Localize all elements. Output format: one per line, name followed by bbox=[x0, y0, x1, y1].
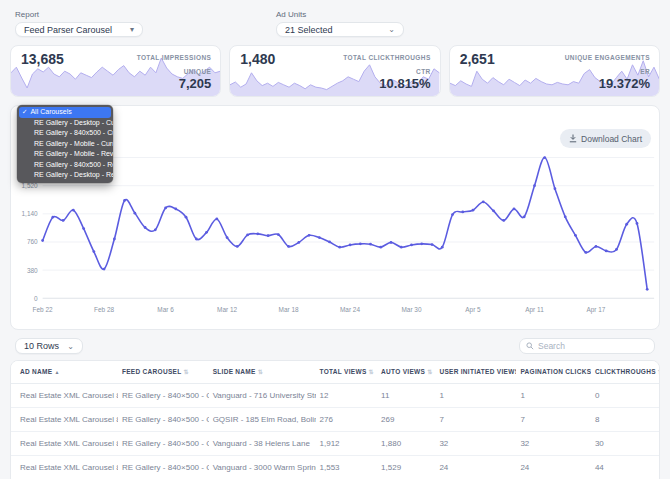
sort-icon: ⇅ bbox=[427, 369, 432, 375]
table-cell: 30 bbox=[591, 431, 659, 455]
ctr-value: 10.815% bbox=[379, 76, 430, 91]
column-header-label: AD NAME bbox=[20, 368, 52, 375]
svg-text:Mar 12: Mar 12 bbox=[217, 306, 237, 313]
table-cell: Real Estate XML Carousel 840×500 bbox=[11, 383, 118, 407]
table-cell: 1 bbox=[516, 383, 591, 407]
ad-units-select-value: 21 Selected bbox=[285, 25, 333, 35]
column-header-slide-name[interactable]: SLIDE NAME⇅ bbox=[209, 361, 316, 383]
table-cell: 12 bbox=[316, 383, 378, 407]
kpi-card-engagements: 2,651 UNIQUE ENGAGEMENTS ER 19.372% bbox=[449, 45, 660, 97]
table-cell: RE Gallery - 840×500 - Current bbox=[118, 407, 209, 431]
table-row[interactable]: Real Estate XML Carousel 840×500RE Galle… bbox=[11, 407, 659, 431]
unique-label: UNIQUE bbox=[184, 68, 212, 75]
table-cell: 1 bbox=[435, 383, 516, 407]
table-cell: 8 bbox=[591, 407, 659, 431]
slides-table-card: AD NAME▲FEED CAROUSEL⇅SLIDE NAME⇅TOTAL V… bbox=[10, 360, 660, 479]
rows-per-page-select[interactable]: 10 Rows ⌄ bbox=[15, 338, 83, 354]
table-row[interactable]: Real Estate XML Carousel 840×500RE Galle… bbox=[11, 383, 659, 407]
column-header-label: CLICKTHROUGHS bbox=[595, 368, 656, 375]
table-row[interactable]: Real Estate XML Carousel 840×500RE Galle… bbox=[11, 431, 659, 455]
dropdown-option-label: RE Gallery - Mobile - Review bbox=[34, 150, 113, 157]
svg-text:Apr 5: Apr 5 bbox=[465, 306, 481, 314]
report-select-value: Feed Parser Carousel bbox=[24, 25, 112, 35]
impressions-label: TOTAL IMPRESSIONS bbox=[137, 54, 212, 61]
chevron-down-icon: ⌄ bbox=[388, 25, 395, 34]
table-cell: 7 bbox=[516, 407, 591, 431]
caret-down-icon: ▾ bbox=[130, 25, 134, 34]
download-chart-label: Download Chart bbox=[581, 134, 642, 144]
table-cell: 32 bbox=[435, 431, 516, 455]
dropdown-option-label: RE Gallery - 840x500 - Review bbox=[34, 161, 113, 168]
column-header-user-initiated-views[interactable]: USER INITIATED VIEWS⇅ bbox=[435, 361, 516, 383]
report-select[interactable]: Feed Parser Carousel ▾ bbox=[15, 22, 143, 37]
dropdown-option-label: All Carousels bbox=[30, 108, 71, 115]
column-header-ad-name[interactable]: AD NAME▲ bbox=[11, 361, 118, 383]
column-header-clickthroughs[interactable]: CLICKTHROUGHS⇅ bbox=[591, 361, 659, 383]
search-icon bbox=[526, 342, 534, 350]
ctr-label: CTR bbox=[416, 68, 431, 75]
filter-bar: Report Feed Parser Carousel ▾ Ad Units 2… bbox=[0, 0, 670, 37]
svg-text:760: 760 bbox=[27, 238, 38, 245]
dropdown-option-1[interactable]: RE Gallery - Desktop - Current bbox=[17, 118, 113, 129]
table-cell: 44 bbox=[591, 455, 659, 479]
table-cell: 11 bbox=[377, 383, 435, 407]
svg-text:1,140: 1,140 bbox=[22, 210, 39, 217]
table-cell: 1,553 bbox=[316, 455, 378, 479]
svg-text:Apr 17: Apr 17 bbox=[586, 306, 605, 314]
dropdown-option-5[interactable]: RE Gallery - 840x500 - Review bbox=[17, 160, 113, 171]
kpi-row: 13,685 TOTAL IMPRESSIONS UNIQUE 7,205 1,… bbox=[10, 45, 660, 97]
table-cell: Real Estate XML Carousel 840×500 bbox=[11, 431, 118, 455]
ad-units-select[interactable]: 21 Selected ⌄ bbox=[276, 22, 404, 37]
dropdown-option-label: RE Gallery - 840x500 - Current bbox=[34, 129, 113, 136]
svg-text:Mar 24: Mar 24 bbox=[340, 306, 360, 313]
svg-text:380: 380 bbox=[27, 267, 38, 274]
table-cell: 24 bbox=[435, 455, 516, 479]
dropdown-option-label: RE Gallery - Mobile - Current bbox=[34, 140, 113, 147]
table-row[interactable]: Real Estate XML Carousel 840×500RE Galle… bbox=[11, 455, 659, 479]
sort-icon: ⇅ bbox=[183, 369, 188, 375]
table-cell: 7 bbox=[435, 407, 516, 431]
dropdown-option-label: RE Gallery - Desktop - Current bbox=[34, 119, 113, 126]
column-header-label: USER INITIATED VIEWS bbox=[439, 368, 516, 375]
svg-text:1,520: 1,520 bbox=[22, 182, 39, 189]
dropdown-option-3[interactable]: RE Gallery - Mobile - Current bbox=[17, 139, 113, 150]
table-cell: RE Gallery - 840×500 - Current bbox=[118, 431, 209, 455]
column-header-total-views[interactable]: TOTAL VIEWS⇅ bbox=[316, 361, 378, 383]
table-cell: GQSIR - 185 Elm Road, Bolinas bbox=[209, 407, 316, 431]
dropdown-option-2[interactable]: RE Gallery - 840x500 - Current bbox=[17, 128, 113, 139]
column-header-feed-carousel[interactable]: FEED CAROUSEL⇅ bbox=[118, 361, 209, 383]
search-input[interactable] bbox=[538, 341, 648, 351]
table-cell: RE Gallery - 840×500 - Current bbox=[118, 383, 209, 407]
dropdown-option-6[interactable]: RE Gallery - Desktop - Review bbox=[17, 170, 113, 181]
svg-text:Mar 6: Mar 6 bbox=[157, 306, 174, 313]
download-chart-button[interactable]: Download Chart bbox=[560, 129, 651, 148]
table-header-row: AD NAME▲FEED CAROUSEL⇅SLIDE NAME⇅TOTAL V… bbox=[11, 361, 659, 383]
unique-value: 7,205 bbox=[179, 76, 212, 91]
download-icon bbox=[569, 134, 577, 143]
svg-text:Mar 18: Mar 18 bbox=[279, 306, 299, 313]
table-cell: 269 bbox=[377, 407, 435, 431]
column-header-label: TOTAL VIEWS bbox=[320, 368, 367, 375]
svg-text:0: 0 bbox=[34, 295, 38, 302]
er-label: ER bbox=[640, 68, 650, 75]
column-header-label: SLIDE NAME bbox=[213, 368, 256, 375]
search-box bbox=[519, 338, 655, 354]
ad-units-label: Ad Units bbox=[276, 10, 404, 19]
engagements-value: 2,651 bbox=[460, 51, 495, 67]
table-cell: Vanguard - 716 University Street bbox=[209, 383, 316, 407]
kpi-card-clickthroughs: 1,480 TOTAL CLICKTHROUGHS CTR 10.815% bbox=[229, 45, 440, 97]
table-cell: 1,912 bbox=[316, 431, 378, 455]
svg-text:Feb 22: Feb 22 bbox=[33, 306, 53, 313]
table-cell: 276 bbox=[316, 407, 378, 431]
line-chart-card: 03807601,1401,5201,900Feb 22Feb 28Mar 6M… bbox=[10, 105, 660, 330]
dropdown-option-4[interactable]: RE Gallery - Mobile - Review bbox=[17, 149, 113, 160]
column-header-auto-views[interactable]: AUTO VIEWS⇅ bbox=[377, 361, 435, 383]
sort-icon: ⇅ bbox=[658, 369, 659, 375]
er-value: 19.372% bbox=[599, 76, 650, 91]
rows-per-page-value: 10 Rows bbox=[24, 341, 59, 351]
table-cell: Real Estate XML Carousel 840×500 bbox=[11, 455, 118, 479]
kpi-card-impressions: 13,685 TOTAL IMPRESSIONS UNIQUE 7,205 bbox=[10, 45, 221, 97]
table-body: Real Estate XML Carousel 840×500RE Galle… bbox=[11, 383, 659, 479]
dropdown-option-0[interactable]: ✓All Carousels bbox=[19, 107, 111, 118]
column-header-pagination-clicks[interactable]: PAGINATION CLICKS⇅ bbox=[516, 361, 591, 383]
